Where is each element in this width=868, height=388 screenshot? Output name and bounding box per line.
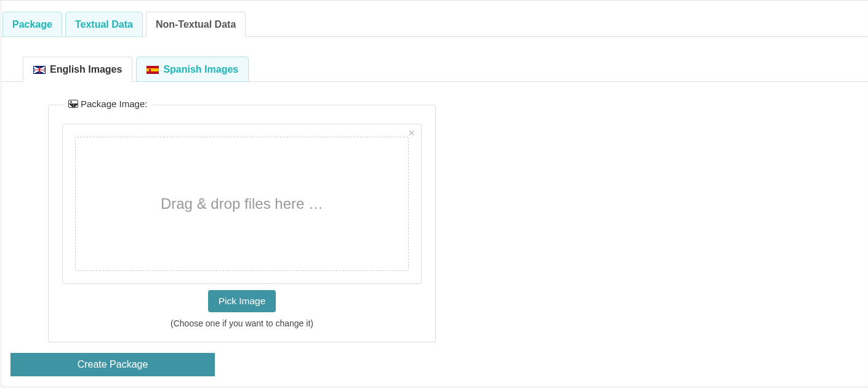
- legend-text: Package Image:: [81, 99, 147, 109]
- tab-spanish-images[interactable]: Spanish Images: [136, 57, 249, 82]
- tab-textual-data[interactable]: Textual Data: [65, 12, 143, 37]
- dropzone-text: Drag & drop files here …: [161, 195, 323, 212]
- tab-non-textual-data[interactable]: Non-Textual Data: [146, 12, 246, 37]
- main-tabs: Package Textual Data Non-Textual Data: [1, 1, 868, 37]
- tab-english-images[interactable]: English Images: [23, 57, 132, 82]
- tab-spanish-label: Spanish Images: [163, 64, 238, 75]
- image-icon: [68, 100, 78, 108]
- uk-flag-icon: [33, 66, 46, 74]
- upload-card: × Drag & drop files here …: [62, 124, 422, 284]
- spain-flag-icon: [147, 66, 159, 74]
- close-icon[interactable]: ×: [408, 127, 415, 139]
- pick-image-button[interactable]: Pick Image: [208, 290, 276, 312]
- language-tabs: English Images Spanish Images: [1, 57, 868, 82]
- pick-image-hint: (Choose one if you want to change it): [62, 318, 422, 328]
- fieldset-legend: Package Image:: [63, 99, 152, 109]
- file-dropzone[interactable]: Drag & drop files here …: [75, 137, 409, 271]
- tab-english-label: English Images: [50, 64, 122, 75]
- create-package-button[interactable]: Create Package: [10, 353, 215, 376]
- package-image-fieldset: Package Image: × Drag & drop files here …: [48, 105, 436, 342]
- tab-package[interactable]: Package: [2, 12, 62, 37]
